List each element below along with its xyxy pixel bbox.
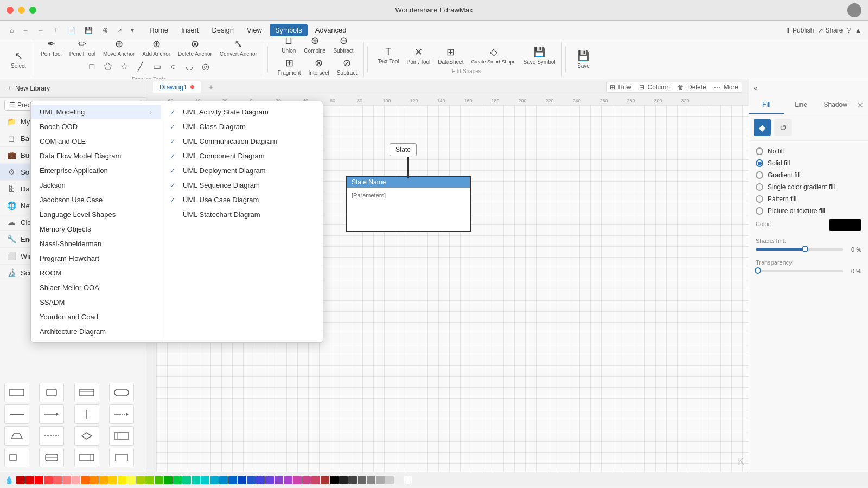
color-swatch-red2[interactable] <box>35 476 43 484</box>
dd-enterprise-app[interactable]: Enterprise Application <box>31 163 161 178</box>
color-swatch-yellow1[interactable] <box>108 476 117 484</box>
shade-slider-thumb[interactable] <box>802 246 808 252</box>
forward-btn[interactable]: → <box>34 24 47 36</box>
shape-rect[interactable]: □ <box>84 59 99 74</box>
intersect-btn[interactable]: ⊗Intersect <box>305 56 333 77</box>
shape-thumb-8[interactable] <box>109 404 134 424</box>
transparency-slider-thumb[interactable] <box>755 267 761 274</box>
shape-thumb-10[interactable] <box>39 426 64 446</box>
shape-pentagon[interactable]: ⬠ <box>100 59 116 74</box>
color-swatch-green1[interactable] <box>155 476 163 484</box>
menu-view[interactable]: View <box>241 24 267 36</box>
text-tool-btn[interactable]: TText Tool <box>374 45 402 66</box>
fill-option-solid[interactable]: Solid fill <box>756 159 861 167</box>
shape-thumb-7[interactable] <box>74 404 99 424</box>
subtract-btn[interactable]: ⊖Subtract <box>330 34 356 55</box>
convert-anchor-btn[interactable]: ⤡ Convert Anchor <box>216 37 260 58</box>
color-swatch-cyan1[interactable] <box>201 476 209 484</box>
union-btn[interactable]: ⊔Union <box>278 34 299 55</box>
color-swatch-red4[interactable] <box>53 476 62 484</box>
single-gradient-radio[interactable] <box>756 183 763 191</box>
fill-option-gradient[interactable]: Gradient fill <box>756 171 861 179</box>
color-swatch-yellow3[interactable] <box>127 476 136 484</box>
home-nav-icon[interactable]: ⌂ <box>7 24 17 36</box>
shape-thumb-16[interactable] <box>109 448 134 467</box>
color-swatch-gray3[interactable] <box>358 476 366 484</box>
help-btn[interactable]: ? <box>847 27 851 34</box>
datasheet-btn[interactable]: ⊞DataSheet <box>435 45 467 66</box>
transparency-slider[interactable] <box>756 270 843 272</box>
color-swatch-orange3[interactable] <box>99 476 108 484</box>
panel-tab-shadow[interactable]: Shadow <box>818 97 853 114</box>
subtract2-btn[interactable]: ⊘Subtract <box>334 56 360 77</box>
color-swatch-magenta2[interactable] <box>302 476 311 484</box>
dd-jackson[interactable]: Jackson <box>31 178 161 192</box>
menu-design[interactable]: Design <box>206 24 239 36</box>
smart-shape-btn[interactable]: ◇Create Smart Shape <box>468 45 519 66</box>
dd-data-flow[interactable]: Data Flow Model Diagram <box>31 149 161 163</box>
export-btn[interactable]: ↗ <box>113 24 125 36</box>
share-btn[interactable]: ↗ Share <box>818 27 843 34</box>
menu-home[interactable]: Home <box>144 24 174 36</box>
fill-option-no-fill[interactable]: No fill <box>756 147 861 155</box>
color-swatch-green3[interactable] <box>173 476 182 484</box>
color-swatch-gray7[interactable] <box>394 476 403 484</box>
dd-nassi[interactable]: Nassi-Shneiderman <box>31 236 161 251</box>
dd-shlaer[interactable]: Shlaer-Mellor OOA <box>31 280 161 295</box>
shade-slider[interactable] <box>756 248 843 251</box>
color-swatch-orange2[interactable] <box>90 476 99 484</box>
maximize-button[interactable] <box>29 7 36 14</box>
color-swatch-gray4[interactable] <box>367 476 375 484</box>
panel-close-btn[interactable]: ✕ <box>853 97 868 114</box>
shape-thumb-3[interactable] <box>74 383 99 402</box>
color-swatch-red1[interactable] <box>25 476 34 484</box>
color-swatch-blue1[interactable] <box>219 476 228 484</box>
panel-tab-fill[interactable]: Fill <box>749 97 784 114</box>
texture-fill-radio[interactable] <box>756 207 763 215</box>
shape-thumb-4[interactable] <box>109 383 134 402</box>
canvas-state-shape[interactable]: State State Name [Parameters] <box>346 176 471 232</box>
color-swatch-indigo2[interactable] <box>265 476 274 484</box>
fill-option-single-gradient[interactable]: Single color gradient fill <box>756 183 861 191</box>
dd-uml-statechart[interactable]: ✓ UML Statechart Diagram <box>161 207 323 222</box>
menu-insert[interactable]: Insert <box>176 24 205 36</box>
back-btn[interactable]: ← <box>19 24 32 36</box>
color-swatch-black[interactable] <box>330 476 339 484</box>
panel-tab-line[interactable]: Line <box>784 97 819 114</box>
dd-uml-communication[interactable]: ✓ UML Communication Diagram <box>161 134 323 149</box>
shape-line[interactable]: ╱ <box>133 59 148 74</box>
dd-uml-deployment[interactable]: ✓ UML Deployment Diagram <box>161 163 323 178</box>
color-swatch-yellow2[interactable] <box>118 476 126 484</box>
color-swatch-green2[interactable] <box>164 476 173 484</box>
color-swatch-orange1[interactable] <box>81 476 90 484</box>
save-symbol-btn[interactable]: 💾Save Symbol <box>520 45 559 66</box>
shape-thumb-12[interactable] <box>109 426 134 446</box>
dd-com-ole[interactable]: COM and OLE <box>31 134 161 149</box>
dd-ssadm[interactable]: SSADM <box>31 295 161 310</box>
shape-circle[interactable]: ○ <box>165 59 181 74</box>
color-swatch-lime2[interactable] <box>145 476 154 484</box>
color-swatch-blue3[interactable] <box>238 476 246 484</box>
print-btn[interactable]: 🖨 <box>98 24 111 36</box>
shape-thumb-2[interactable] <box>39 383 64 402</box>
color-swatch-indigo1[interactable] <box>256 476 265 484</box>
fill-history-icon[interactable]: ↺ <box>774 119 792 136</box>
shape-thumb-11[interactable] <box>74 426 99 446</box>
save-main-btn[interactable]: 💾Save <box>572 49 594 70</box>
file-btn[interactable]: 📄 <box>65 24 79 36</box>
user-avatar[interactable] <box>847 3 861 17</box>
shape-thumb-9[interactable] <box>4 426 29 446</box>
color-swatch-red3[interactable] <box>44 476 53 484</box>
publish-btn[interactable]: ⬆ Publish <box>786 27 814 34</box>
shape-thumb-6[interactable] <box>39 404 64 424</box>
color-swatch-rose[interactable] <box>321 476 329 484</box>
color-swatch-pink2[interactable] <box>72 476 80 484</box>
color-swatch-cyan2[interactable] <box>210 476 219 484</box>
color-swatch-magenta1[interactable] <box>293 476 302 484</box>
fill-style-icon[interactable]: ◆ <box>754 119 771 136</box>
dd-uml-use-case[interactable]: ✓ UML Use Case Diagram <box>161 192 323 207</box>
color-swatch-gray6[interactable] <box>385 476 394 484</box>
new-library-btn[interactable]: ＋ New Library <box>7 84 50 93</box>
tab-drawing1[interactable]: Drawing1 <box>153 81 201 93</box>
gradient-fill-radio[interactable] <box>756 171 763 179</box>
